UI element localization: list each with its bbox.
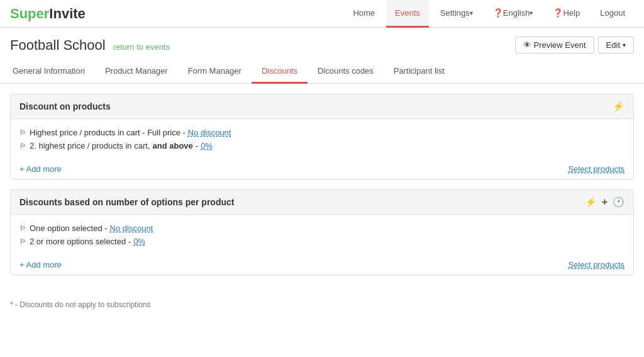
tabs-bar: General Information Product Manager Form… bbox=[0, 60, 644, 84]
section-icons-1: ⚡ bbox=[613, 101, 625, 112]
edit-button[interactable]: Edit bbox=[598, 37, 634, 54]
return-to-events-link[interactable]: return to events bbox=[113, 42, 170, 52]
nav-help[interactable]: ❓ Help bbox=[544, 0, 589, 28]
navbar-right: Home Events Settings ❓ English ❓ Help Lo… bbox=[344, 0, 634, 28]
discount-row-3: 🏳 One option selected - No discount bbox=[19, 224, 625, 233]
add-more-link-2[interactable]: + Add more bbox=[19, 260, 62, 269]
discounts-options-section: Discounts based on number of options per… bbox=[10, 190, 634, 275]
discount-row-2: 🏳 2. highest price / products in cart, a… bbox=[19, 141, 625, 150]
select-products-link-2[interactable]: Select products bbox=[568, 260, 625, 269]
nav-home[interactable]: Home bbox=[344, 0, 384, 28]
discount-row-1-text-before: Highest price / products in cart - Full … bbox=[30, 128, 186, 137]
tab-participant-list[interactable]: Participant list bbox=[384, 60, 455, 84]
flag-icon-4: 🏳 bbox=[19, 237, 27, 246]
discount-row-3-link[interactable]: No discount bbox=[110, 224, 153, 233]
plus-icon-2[interactable]: + bbox=[602, 196, 608, 208]
nav-english-label: English bbox=[503, 8, 530, 18]
logo-super: Super bbox=[10, 6, 49, 21]
tab-form-manager[interactable]: Form Manager bbox=[178, 60, 252, 84]
page-header-right: 👁 Preview Event Edit bbox=[515, 37, 635, 54]
tab-general-information[interactable]: General Information bbox=[3, 60, 95, 84]
page-header-left: Football School return to events bbox=[10, 37, 170, 54]
logo[interactable]: SuperInvite bbox=[10, 6, 86, 22]
discount-row-2-link[interactable]: 0% bbox=[201, 141, 213, 150]
page-title: Football School bbox=[10, 37, 106, 54]
discount-row-1-link[interactable]: No discount bbox=[188, 128, 231, 137]
preview-event-label: Preview Event bbox=[534, 40, 586, 50]
nav-help-label: Help bbox=[563, 8, 580, 18]
discount-on-products-section: Discount on products ⚡ 🏳 Highest price /… bbox=[10, 94, 634, 179]
globe-icon: ❓ bbox=[493, 8, 503, 18]
section-title-1: Discount on products bbox=[19, 101, 111, 111]
page-header: Football School return to events 👁 Previ… bbox=[0, 28, 644, 60]
discount-row-2-text-mid: - bbox=[196, 141, 198, 150]
section-body-1: 🏳 Highest price / products in cart - Ful… bbox=[11, 119, 633, 159]
help-icon: ❓ bbox=[553, 8, 563, 18]
tab-discounts[interactable]: Discounts bbox=[252, 60, 308, 84]
eye-icon: 👁 bbox=[523, 40, 531, 50]
discount-row-2-text-before: 2. highest price / products in cart, bbox=[30, 141, 150, 150]
select-products-link-1[interactable]: Select products bbox=[568, 164, 625, 174]
flag-icon-1: 🏳 bbox=[19, 128, 27, 137]
discount-row-4-link[interactable]: 0% bbox=[133, 237, 145, 246]
discount-row-1: 🏳 Highest price / products in cart - Ful… bbox=[19, 128, 625, 137]
logo-invite: Invite bbox=[49, 6, 85, 21]
main-content: Discount on products ⚡ 🏳 Highest price /… bbox=[0, 84, 644, 295]
nav-events[interactable]: Events bbox=[386, 0, 429, 28]
section-title-2: Discounts based on number of options per… bbox=[19, 197, 234, 207]
nav-settings[interactable]: Settings bbox=[431, 0, 482, 28]
flag-icon-3: 🏳 bbox=[19, 224, 27, 233]
discount-row-4-text-before: 2 or more options selected - bbox=[30, 237, 131, 246]
section-body-2: 🏳 One option selected - No discount 🏳 2 … bbox=[11, 215, 633, 255]
section-footer-2: + Add more Select products bbox=[11, 255, 633, 275]
discount-row-4: 🏳 2 or more options selected - 0% bbox=[19, 237, 625, 246]
section-footer-1: + Add more Select products bbox=[11, 159, 633, 179]
preview-event-button[interactable]: 👁 Preview Event bbox=[515, 37, 594, 54]
navbar-left: SuperInvite bbox=[10, 6, 86, 22]
footnote: * - Discounts do not apply to subscripti… bbox=[0, 295, 644, 314]
nav-english[interactable]: ❓ English bbox=[484, 0, 542, 28]
discount-row-2-bold: and above bbox=[152, 141, 192, 150]
add-more-link-1[interactable]: + Add more bbox=[19, 164, 62, 174]
discount-row-3-text-before: One option selected - bbox=[30, 224, 108, 233]
tab-product-manager[interactable]: Product Manager bbox=[95, 60, 178, 84]
section-icons-2: ⚡ + 🕐 bbox=[585, 196, 625, 208]
lightning-icon-1[interactable]: ⚡ bbox=[613, 101, 625, 112]
section-header-1: Discount on products ⚡ bbox=[11, 94, 633, 119]
navbar: SuperInvite Home Events Settings ❓ Engli… bbox=[0, 0, 644, 28]
section-header-2: Discounts based on number of options per… bbox=[11, 190, 633, 215]
lightning-icon-2[interactable]: ⚡ bbox=[585, 196, 597, 208]
clock-icon-2[interactable]: 🕐 bbox=[613, 196, 625, 208]
nav-logout[interactable]: Logout bbox=[591, 0, 634, 28]
flag-icon-2: 🏳 bbox=[19, 142, 27, 150]
tab-discount-codes[interactable]: Dicounts codes bbox=[308, 60, 384, 84]
